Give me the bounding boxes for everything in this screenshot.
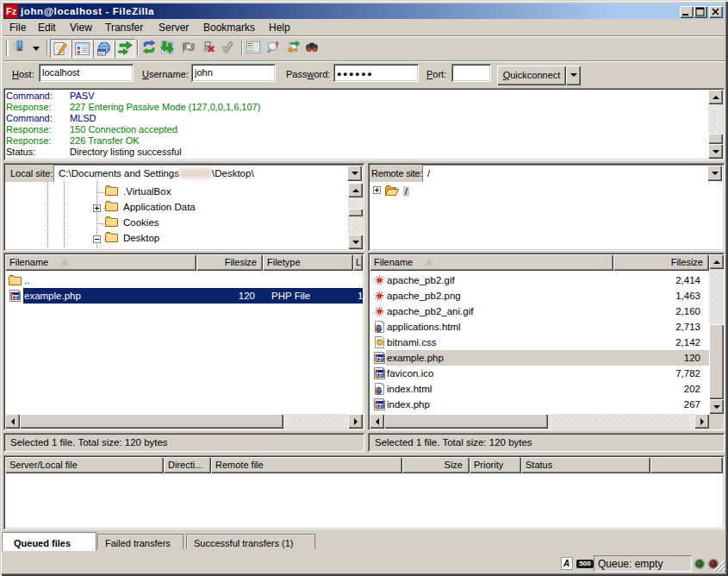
svg-text:Fz: Fz [6, 6, 17, 16]
